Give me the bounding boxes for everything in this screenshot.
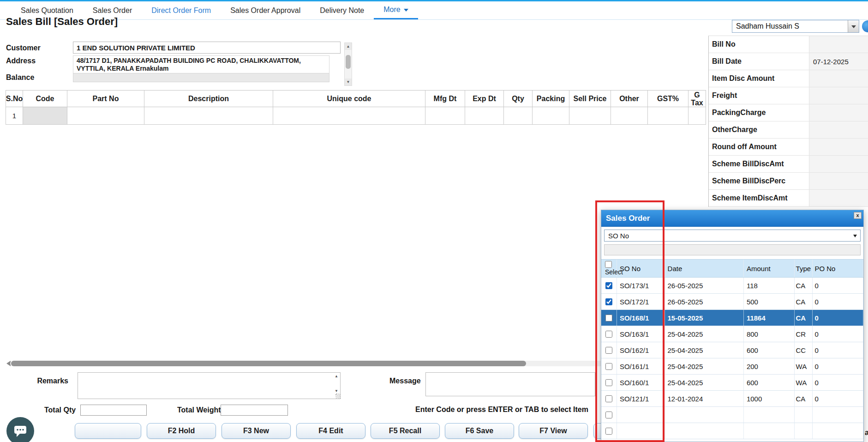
cell-description[interactable] xyxy=(144,107,273,124)
cell-gst[interactable] xyxy=(648,107,688,124)
sales-bill-app: Sales Quotation Sales Order Direct Order… xyxy=(0,0,868,442)
resize-grip-icon[interactable] xyxy=(335,394,341,399)
close-icon[interactable]: x xyxy=(854,212,862,219)
row-checkbox[interactable] xyxy=(605,428,612,435)
so-row[interactable]: SO/163/1 25-04-2025 800 CR 0 xyxy=(601,326,863,342)
row-checkbox[interactable] xyxy=(605,379,612,386)
row-checkbox[interactable] xyxy=(605,298,612,305)
cell-code-input[interactable] xyxy=(23,107,67,124)
popup-search-input[interactable] xyxy=(604,244,861,255)
col-unique-code: Unique code xyxy=(273,91,425,107)
scroll-up-icon[interactable]: ▲ xyxy=(345,43,352,50)
scroll-left-icon[interactable] xyxy=(4,361,11,366)
col-date[interactable]: Date xyxy=(665,260,744,277)
amount-cell xyxy=(744,407,795,423)
scrollbar-thumb[interactable] xyxy=(11,361,526,366)
total-weight-input[interactable] xyxy=(221,405,288,416)
user-dropdown[interactable]: Sadham Hussain S xyxy=(732,20,859,33)
row-checkbox[interactable] xyxy=(605,282,612,289)
so-row[interactable]: SO/121/1 12-01-2024 1000 CA 0 xyxy=(601,391,863,407)
panel-value[interactable] xyxy=(809,70,868,87)
row-checkbox[interactable] xyxy=(605,412,612,418)
po-no-cell: 0 xyxy=(813,375,863,390)
tab-direct-order-form[interactable]: Direct Order Form xyxy=(142,1,221,19)
col-code: Code xyxy=(23,91,67,107)
f7-view-button[interactable]: F7 View xyxy=(519,423,588,439)
col-po-no[interactable]: PO No xyxy=(813,260,863,277)
cell-qty[interactable] xyxy=(504,107,533,124)
f3-new-button[interactable]: F3 New xyxy=(221,423,291,439)
scroll-down-icon[interactable]: ▼ xyxy=(345,79,352,85)
row-checkbox[interactable] xyxy=(605,315,612,321)
bill-summary-panel: Bill No Bill Date 07-12-2025 Item Disc A… xyxy=(708,36,868,207)
col-type[interactable]: Type xyxy=(795,260,813,277)
panel-value[interactable] xyxy=(809,173,868,189)
cell-exp-dt[interactable] xyxy=(465,107,504,124)
scroll-up-icon[interactable]: ▲ xyxy=(334,374,339,378)
col-other: Other xyxy=(611,91,648,107)
amount-cell: 600 xyxy=(744,342,795,358)
scroll-down-icon[interactable]: ▼ xyxy=(334,389,339,393)
cell-part-no[interactable] xyxy=(67,107,144,124)
address-scrollbar[interactable]: ▲ ▼ xyxy=(344,42,352,86)
col-exp-dt: Exp Dt xyxy=(465,91,504,107)
col-so-no[interactable]: SO No xyxy=(617,260,665,277)
panel-value[interactable] xyxy=(809,36,868,53)
cell-packing[interactable] xyxy=(533,107,569,124)
f2-hold-button[interactable]: F2 Hold xyxy=(147,423,216,439)
cell-other[interactable] xyxy=(611,107,648,124)
so-row[interactable]: SO/162/1 25-04-2025 600 CC 0 xyxy=(601,342,863,358)
panel-value[interactable] xyxy=(809,156,868,172)
col-packing: Packing xyxy=(533,91,569,107)
f4-edit-button[interactable]: F4 Edit xyxy=(296,423,365,439)
so-no-cell: SO/163/1 xyxy=(617,326,665,342)
panel-value[interactable] xyxy=(809,121,868,138)
f1-button[interactable] xyxy=(75,423,141,439)
col-amount[interactable]: Amount xyxy=(744,260,795,277)
so-filter-dropdown[interactable]: SO No xyxy=(604,230,861,242)
row-select-cell xyxy=(601,423,617,439)
tab-more[interactable]: More xyxy=(374,1,418,19)
f6-save-button[interactable]: F6 Save xyxy=(445,423,514,439)
panel-value[interactable] xyxy=(809,190,868,206)
so-row-empty[interactable] xyxy=(601,407,863,423)
f5-recall-button[interactable]: F5 Recall xyxy=(371,423,440,439)
panel-value[interactable] xyxy=(809,87,868,104)
tab-sales-order-approval[interactable]: Sales Order Approval xyxy=(221,1,310,19)
address-box[interactable]: 48/1717 D1, PANAKKAPADATH BUILDING PC RO… xyxy=(73,55,329,75)
total-qty-input[interactable] xyxy=(80,405,147,416)
panel-value[interactable] xyxy=(809,104,868,121)
remarks-textarea[interactable] xyxy=(78,372,341,399)
cell-mfg-dt[interactable] xyxy=(425,107,465,124)
panel-row-freight: Freight xyxy=(709,87,868,104)
so-row[interactable]: SO/161/1 25-04-2025 200 WA 0 xyxy=(601,358,863,375)
date-cell xyxy=(665,423,744,439)
panel-value[interactable] xyxy=(809,139,868,155)
message-input[interactable] xyxy=(425,372,595,396)
cell-sell-price[interactable] xyxy=(569,107,611,124)
so-row-selected[interactable]: SO/168/1 15-05-2025 11864 CA 0 xyxy=(601,310,863,326)
customer-input[interactable]: 1 END SOLUTION PRIVATE LIMITED xyxy=(73,42,341,54)
tab-delivery-note[interactable]: Delivery Note xyxy=(310,1,374,19)
cell-unique-code[interactable] xyxy=(273,107,425,124)
cell-gtax[interactable] xyxy=(688,107,706,124)
scrollbar-thumb[interactable] xyxy=(346,55,351,69)
so-row-empty[interactable] xyxy=(601,423,863,439)
chat-icon xyxy=(13,425,27,437)
user-dropdown-button[interactable] xyxy=(848,20,859,32)
type-cell: WA xyxy=(795,358,813,374)
so-row[interactable]: SO/173/1 26-05-2025 118 CA 0 xyxy=(601,278,863,294)
so-row[interactable]: SO/172/1 26-05-2025 500 CA 0 xyxy=(601,294,863,310)
remarks-label: Remarks xyxy=(11,377,68,385)
row-checkbox[interactable] xyxy=(605,347,612,354)
row-checkbox[interactable] xyxy=(605,395,612,402)
so-row[interactable]: SO/160/1 25-04-2025 600 WA 0 xyxy=(601,375,863,391)
panel-value[interactable]: 07-12-2025 xyxy=(809,53,868,70)
floating-badge-icon[interactable] xyxy=(862,20,868,32)
item-table-row[interactable]: 1 xyxy=(6,107,706,125)
row-checkbox[interactable] xyxy=(605,363,612,370)
popup-titlebar[interactable]: Sales Order x xyxy=(601,210,863,227)
chat-bubble-button[interactable] xyxy=(6,417,34,442)
row-checkbox[interactable] xyxy=(605,331,612,338)
select-all-checkbox[interactable] xyxy=(605,261,612,268)
